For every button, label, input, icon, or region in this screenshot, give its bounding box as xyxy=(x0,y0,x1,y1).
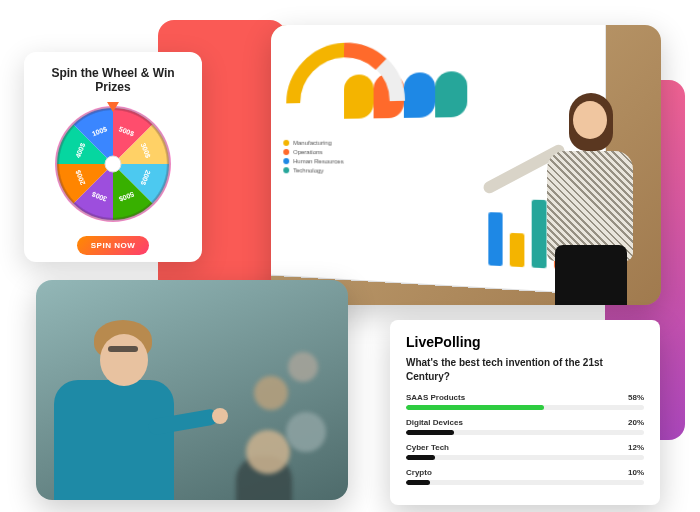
poll-option-label: Digital Devices xyxy=(406,418,463,427)
spin-wheel-card: Spin the Wheel & Win Prizes 500$300$200$… xyxy=(24,52,202,262)
poll-option-pct: 58% xyxy=(628,393,644,402)
spin-button[interactable]: SPIN NOW xyxy=(77,236,149,255)
legend-item: Manufacturing xyxy=(293,140,331,146)
legend-item: Human Resources xyxy=(293,158,344,164)
svg-rect-10 xyxy=(108,346,138,352)
poll-option[interactable]: SAAS Products58% xyxy=(406,393,644,410)
poll-title: LivePolling xyxy=(406,334,644,350)
poll-question: What's the best tech invention of the 21… xyxy=(406,356,644,383)
poll-option-pct: 12% xyxy=(628,443,644,452)
poll-option-label: SAAS Products xyxy=(406,393,465,402)
poll-option[interactable]: Cyber Tech12% xyxy=(406,443,644,460)
poll-option-label: Cyber Tech xyxy=(406,443,449,452)
legend-item: Operations xyxy=(293,149,323,155)
audience-image xyxy=(36,280,348,500)
poll-option[interactable]: Digital Devices20% xyxy=(406,418,644,435)
poll-option-label: Crypto xyxy=(406,468,432,477)
prize-wheel[interactable]: 500$300$200$500$300$200$400$100$ xyxy=(53,104,173,224)
presenter-person xyxy=(507,65,657,305)
legend-item: Technology xyxy=(293,167,324,173)
presenter-image: Manufacturing Operations Human Resources… xyxy=(271,25,661,305)
poll-option-pct: 10% xyxy=(628,468,644,477)
wheel-title: Spin the Wheel & Win Prizes xyxy=(36,66,190,94)
poll-option-pct: 20% xyxy=(628,418,644,427)
svg-point-9 xyxy=(105,156,121,172)
poll-option[interactable]: Crypto10% xyxy=(406,468,644,485)
live-polling-card: LivePolling What's the best tech inventi… xyxy=(390,320,660,505)
